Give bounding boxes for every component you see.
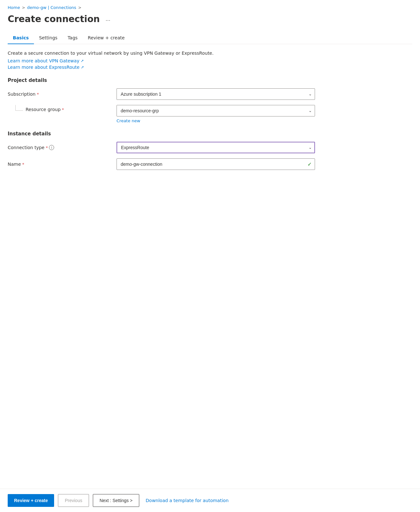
connection-type-row: Connection type * i ExpressRoute VNet-to… — [8, 142, 412, 153]
subscription-select-wrapper: Azure subscription 1 ⌄ — [117, 88, 315, 100]
connection-type-label: Connection type * i — [8, 145, 117, 150]
resource-group-label: Resource group * — [23, 105, 115, 112]
resource-group-select[interactable]: demo-resource-grp — [117, 105, 315, 116]
create-new-link[interactable]: Create new — [117, 118, 140, 123]
name-required: * — [22, 162, 24, 167]
tab-tags[interactable]: Tags — [62, 32, 83, 44]
resource-group-control: demo-resource-grp ⌄ Create new — [117, 105, 315, 123]
subscription-label: Subscription * — [8, 92, 117, 97]
project-details-heading: Project details — [8, 77, 412, 83]
connection-type-info-icon[interactable]: i — [49, 145, 54, 150]
tab-settings[interactable]: Settings — [34, 32, 62, 44]
next-button[interactable]: Next : Settings > — [93, 494, 139, 507]
review-create-button[interactable]: Review + create — [8, 494, 54, 507]
name-control: ✓ — [117, 158, 315, 170]
connection-type-required: * — [46, 145, 48, 150]
instance-details-heading: Instance details — [8, 131, 412, 137]
previous-button[interactable]: Previous — [58, 494, 89, 507]
page-title: Create connection — [8, 14, 100, 24]
breadcrumb-sep-1: > — [22, 5, 25, 10]
name-input-wrapper: ✓ — [117, 158, 315, 170]
breadcrumb-home[interactable]: Home — [8, 5, 20, 10]
name-input[interactable] — [117, 158, 315, 170]
subscription-required: * — [37, 92, 39, 97]
tab-basics[interactable]: Basics — [8, 32, 34, 44]
footer: Review + create Previous Next : Settings… — [0, 489, 420, 512]
subscription-row: Subscription * Azure subscription 1 ⌄ — [8, 88, 412, 100]
breadcrumb-sep-2: > — [78, 5, 81, 10]
vpn-link-row: Learn more about VPN Gateway ➚ — [8, 58, 412, 63]
tab-review-create[interactable]: Review + create — [83, 32, 130, 44]
breadcrumb: Home > demo-gw | Connections > — [8, 5, 412, 10]
expressroute-link[interactable]: Learn more about ExpressRoute ➚ — [8, 65, 84, 70]
name-label: Name * — [8, 162, 117, 167]
resource-group-required: * — [62, 107, 64, 112]
resource-group-select-wrapper: demo-resource-grp ⌄ — [117, 105, 315, 116]
description-text: Create a secure connection to your virtu… — [8, 51, 412, 56]
express-link-row: Learn more about ExpressRoute ➚ — [8, 65, 412, 70]
breadcrumb-parent[interactable]: demo-gw | Connections — [27, 5, 76, 10]
connection-type-select[interactable]: ExpressRoute VNet-to-VNet Site-to-site (… — [117, 142, 315, 153]
tabs-bar: Basics Settings Tags Review + create — [8, 32, 412, 44]
page-title-row: Create connection ... — [8, 14, 412, 24]
subscription-control: Azure subscription 1 ⌄ — [117, 88, 315, 100]
connection-type-select-wrapper: ExpressRoute VNet-to-VNet Site-to-site (… — [117, 142, 315, 153]
express-external-icon: ➚ — [81, 65, 84, 69]
download-template-link[interactable]: Download a template for automation — [146, 498, 229, 503]
vpn-gateway-link[interactable]: Learn more about VPN Gateway ➚ — [8, 58, 84, 63]
vpn-external-icon: ➚ — [81, 59, 84, 63]
ellipsis-button[interactable]: ... — [104, 14, 112, 24]
connection-type-control: ExpressRoute VNet-to-VNet Site-to-site (… — [117, 142, 315, 153]
name-row: Name * ✓ — [8, 158, 412, 170]
subscription-select[interactable]: Azure subscription 1 — [117, 88, 315, 100]
